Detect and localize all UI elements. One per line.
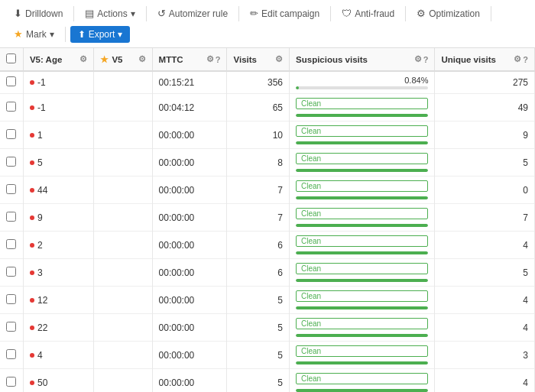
suspicious-cell: Clean <box>290 232 435 259</box>
row-red-dot <box>30 271 34 275</box>
suspicious-bar-bg <box>296 169 428 172</box>
mttc-cell: 00:00:00 <box>152 369 227 393</box>
row-checkbox[interactable] <box>6 239 16 249</box>
row-checkbox-cell <box>0 149 23 177</box>
v5-cell <box>94 232 152 259</box>
divider-7 <box>65 27 66 42</box>
mttc-cell: 00:00:00 <box>152 259 227 287</box>
row-checkbox[interactable] <box>6 129 16 139</box>
mark-icon: ★ <box>14 28 23 40</box>
row-checkbox[interactable] <box>6 212 16 222</box>
header-age-label: V5: Age <box>30 55 62 64</box>
header-suspicious-label: Suspicious visits <box>296 55 368 64</box>
suspicious-bar-fill <box>296 361 428 364</box>
v5-gear-icon[interactable]: ⚙ <box>138 54 146 64</box>
mttc-cell: 00:15:21 <box>152 71 227 94</box>
row-checkbox[interactable] <box>6 322 16 332</box>
age-cell: 4 <box>23 342 93 369</box>
suspicious-bar-bg <box>296 334 428 337</box>
header-checkbox[interactable] <box>0 48 23 71</box>
row-checkbox-cell <box>0 232 23 259</box>
age-cell: 44 <box>23 177 93 204</box>
v5-cell <box>94 314 152 342</box>
row-checkbox[interactable] <box>6 157 16 167</box>
header-age: V5: Age ⚙ <box>23 48 93 71</box>
mark-button[interactable]: ★ Mark ▾ <box>8 25 60 43</box>
row-checkbox-cell <box>0 342 23 369</box>
data-table: V5: Age ⚙ ★ V5 ⚙ <box>0 48 535 392</box>
unique-cell: 3 <box>435 342 535 369</box>
visits-cell: 6 <box>227 232 290 259</box>
v5-cell <box>94 369 152 393</box>
mttc-help-icon[interactable]: ? <box>216 55 221 64</box>
visits-cell: 7 <box>227 204 290 232</box>
suspicious-cell: Clean <box>290 259 435 287</box>
header-unique-label: Unique visits <box>441 55 496 64</box>
clean-badge: Clean <box>296 318 428 329</box>
clean-badge: Clean <box>296 153 428 164</box>
age-cell: 9 <box>23 204 93 232</box>
v5-cell <box>94 287 152 314</box>
row-checkbox-cell <box>0 287 23 314</box>
unique-help-icon[interactable]: ? <box>523 55 528 64</box>
row-checkbox[interactable] <box>6 294 16 304</box>
age-value: -1 <box>37 102 46 113</box>
suspicious-help-icon[interactable]: ? <box>423 55 429 64</box>
optimization-button[interactable]: ⚙ Optimization <box>410 5 486 22</box>
actions-button[interactable]: ▤ Actions ▾ <box>79 5 141 22</box>
suspicious-bar-bg <box>296 86 428 89</box>
drilldown-label: Drilldown <box>25 8 63 19</box>
suspicious-cell: Clean <box>290 121 435 149</box>
mttc-cell: 00:00:00 <box>152 314 227 342</box>
visits-cell: 65 <box>227 94 290 121</box>
row-checkbox[interactable] <box>6 267 16 277</box>
age-gear-icon[interactable]: ⚙ <box>79 54 87 64</box>
row-red-dot <box>30 188 34 193</box>
automizer-button[interactable]: ↺ Automizer rule <box>151 5 234 22</box>
suspicious-bar-bg <box>296 279 428 282</box>
suspicious-cell: Clean <box>290 314 435 342</box>
unique-cell: 4 <box>435 369 535 393</box>
edit-campaign-button[interactable]: ✏ Edit campaign <box>244 5 326 22</box>
suspicious-bar-fill <box>296 196 428 199</box>
mttc-cell: 00:00:00 <box>152 342 227 369</box>
suspicious-bar-fill <box>296 306 428 309</box>
visits-cell: 5 <box>227 369 290 393</box>
visits-cell: 7 <box>227 177 290 204</box>
unique-gear-icon[interactable]: ⚙ <box>514 54 521 64</box>
age-cell: 3 <box>23 259 93 287</box>
row-checkbox[interactable] <box>6 349 16 359</box>
export-button[interactable]: ⬆ Export ▾ <box>70 26 131 43</box>
anti-fraud-button[interactable]: 🛡 Anti-fraud <box>336 5 400 22</box>
table-row: -100:15:213560.84%275 <box>0 71 535 94</box>
divider-5 <box>405 6 406 21</box>
actions-icon: ▤ <box>85 8 94 19</box>
suspicious-bar-fill <box>296 389 428 392</box>
toolbar: ⬇ Drilldown ▤ Actions ▾ ↺ Automizer rule… <box>0 0 535 48</box>
mttc-cell: 00:00:00 <box>152 177 227 204</box>
select-all-checkbox[interactable] <box>6 53 16 63</box>
age-cell: 12 <box>23 287 93 314</box>
unique-cell: 275 <box>435 71 535 94</box>
mttc-cell: 00:00:00 <box>152 232 227 259</box>
drilldown-button[interactable]: ⬇ Drilldown <box>8 5 69 22</box>
age-value: 1 <box>37 130 43 141</box>
export-dropdown-icon: ▾ <box>118 29 122 40</box>
table-row: 900:00:007Clean7 <box>0 204 535 232</box>
unique-cell: 4 <box>435 287 535 314</box>
row-checkbox[interactable] <box>6 184 16 194</box>
suspicious-gear-icon[interactable]: ⚙ <box>414 54 422 64</box>
age-cell: -1 <box>23 94 93 121</box>
row-checkbox-cell <box>0 94 23 121</box>
mttc-gear-icon[interactable]: ⚙ <box>206 54 214 64</box>
row-checkbox[interactable] <box>6 76 16 86</box>
suspicious-cell: Clean <box>290 342 435 369</box>
visits-gear-icon[interactable]: ⚙ <box>275 54 283 64</box>
optimization-label: Optimization <box>429 8 480 19</box>
row-checkbox-cell <box>0 259 23 287</box>
suspicious-cell: Clean <box>290 369 435 393</box>
row-red-dot <box>30 381 34 385</box>
row-red-dot <box>30 133 34 138</box>
row-checkbox[interactable] <box>6 377 16 387</box>
row-checkbox[interactable] <box>6 102 16 112</box>
